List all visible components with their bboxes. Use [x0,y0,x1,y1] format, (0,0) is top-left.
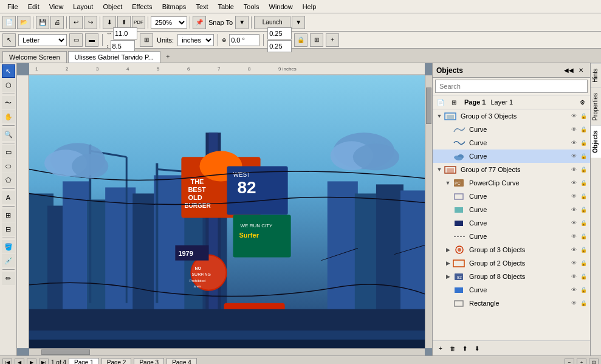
units-select[interactable]: inchesmmcm [177,34,214,46]
add-layer-btn[interactable]: 📄 [435,97,446,108]
tool-table[interactable]: ⊞ [2,208,15,222]
zoom-in-btn[interactable]: + [577,359,586,365]
paper-size-select[interactable]: Letter [18,34,67,46]
page-tab-2[interactable]: Page 2 [101,358,132,364]
obj-item-7[interactable]: Curve 👁 🔒 [433,190,590,203]
tab-add-btn[interactable]: + [162,50,174,63]
page-tab-4[interactable]: Page 4 [167,358,197,364]
expand-toggle-2[interactable] [444,125,452,134]
zoom-select[interactable]: 250%100%50% [151,16,187,29]
menu-bitmaps[interactable]: Bitmaps [157,2,191,12]
expand-toggle-7[interactable] [444,192,452,201]
obj-item-4[interactable]: Curve 👁 🔒 [433,149,590,163]
vis-eye-10[interactable]: 👁 [569,232,578,241]
snap-dropdown[interactable]: ▼ [235,16,249,29]
obj-item-5[interactable]: ▼ Group of 77 Objects 👁 🔒 [433,163,590,176]
objects-side-tab[interactable]: Objects [591,125,601,158]
settings-btn[interactable]: ⚙ [577,97,588,108]
vis-eye-2[interactable]: 👁 [569,125,578,134]
page-first-btn[interactable]: |◀ [2,359,12,365]
scaley-input[interactable] [267,40,292,52]
lock-ratio-btn[interactable]: 🔒 [294,33,307,47]
expand-toggle-5[interactable]: ▼ [435,165,444,174]
scroll-thumb-h[interactable] [41,349,90,355]
tool-freeform[interactable]: 〜 [2,96,15,109]
menu-window[interactable]: Window [264,2,298,12]
print-button[interactable]: 🖨 [50,16,64,29]
tool-rect[interactable]: ▭ [2,145,15,159]
vis-eye-1[interactable]: 👁 [569,112,578,120]
vis-lock-11[interactable]: 🔒 [579,246,588,254]
layers-btn[interactable]: ⊞ [448,97,459,108]
vis-lock-6[interactable]: 🔒 [579,179,588,187]
obj-item-8[interactable]: Curve 👁 🔒 [433,203,590,216]
tool-eyedropper[interactable]: 💉 [2,254,15,267]
objects-search[interactable] [435,80,588,93]
vis-lock-3[interactable]: 🔒 [579,139,588,147]
menu-view[interactable]: View [44,2,69,12]
page-last-btn[interactable]: ▶| [39,359,49,365]
vis-lock-4[interactable]: 🔒 [579,152,588,160]
tool-selector[interactable]: ↖ [2,33,16,47]
save-button[interactable]: 💾 [36,16,49,29]
vis-eye-6[interactable]: 👁 [569,179,578,187]
expand-toggle-10[interactable] [444,232,452,241]
new-button[interactable]: 📄 [2,16,16,29]
obj-item-13[interactable]: ▶ 82 Group of 8 Objects 👁 🔒 [433,270,590,283]
vis-lock-10[interactable]: 🔒 [579,232,588,241]
vis-eye-5[interactable]: 👁 [569,165,578,174]
menu-tools[interactable]: Tools [239,2,264,12]
menu-effects[interactable]: Effects [127,2,157,12]
vis-lock-7[interactable]: 🔒 [579,192,588,201]
vis-eye-15[interactable]: 👁 [569,299,578,307]
obj-item-6[interactable]: ▼ PC PowerClip Curve 👁 🔒 [433,176,590,190]
tool-zoom[interactable]: 🔍 [2,128,15,141]
panel-collapse-btn[interactable]: ◀◀ [563,65,574,76]
scroll-thumb-v[interactable] [426,88,431,124]
expand-toggle-6[interactable]: ▼ [444,179,452,187]
menu-layout[interactable]: Layout [68,2,98,12]
vis-lock-1[interactable]: 🔒 [579,112,588,120]
page-tab-3[interactable]: Page 3 [134,358,164,364]
zoom-out-btn[interactable]: − [565,359,574,365]
vis-lock-12[interactable]: 🔒 [579,259,588,267]
add-page-btn[interactable]: + [326,33,339,47]
menu-help[interactable]: Help [298,2,321,12]
tool-select[interactable]: ↖ [2,64,15,78]
vis-eye-7[interactable]: 👁 [569,192,578,201]
width-input[interactable] [113,27,137,39]
scrollbar-horizontal[interactable] [29,348,425,355]
obj-item-12[interactable]: ▶ Group of 2 Objects 👁 🔒 [433,256,590,270]
canvas-content[interactable]: THE BEST OLD BURGER WEST 82 WE RUN CITY … [29,75,425,348]
obj-item-15[interactable]: Rectangle 👁 🔒 [433,297,590,310]
scalex-input[interactable] [267,27,292,39]
menu-text[interactable]: Text [191,2,213,12]
tool-fill[interactable]: 🪣 [2,240,15,253]
vis-eye-3[interactable]: 👁 [569,139,578,147]
tool-polygon[interactable]: ⬠ [2,173,15,187]
vis-lock-9[interactable]: 🔒 [579,219,588,227]
vis-eye-4[interactable]: 👁 [569,152,578,160]
obj-item-9[interactable]: Curve 👁 🔒 [433,216,590,230]
scrollbar-vertical[interactable] [425,75,432,348]
portrait-btn[interactable]: ▭ [69,33,83,47]
expand-toggle-4[interactable] [444,152,452,160]
tool-node[interactable]: ⬡ [2,78,15,92]
tool-ellipse[interactable]: ⬭ [2,159,15,173]
tool-hand[interactable]: ✋ [2,110,15,123]
obj-item-2[interactable]: Curve 👁 🔒 [433,123,590,136]
menu-edit[interactable]: Edit [23,2,44,12]
vis-lock-13[interactable]: 🔒 [579,272,588,281]
hints-tab[interactable]: Hints [591,63,601,88]
panel-close-btn[interactable]: ✕ [575,65,586,76]
expand-toggle-8[interactable] [444,205,452,214]
expand-toggle-9[interactable] [444,219,452,227]
vis-eye-14[interactable]: 👁 [569,286,578,294]
angle-input[interactable] [229,34,259,46]
obj-item-10[interactable]: Curve 👁 🔒 [433,230,590,243]
page-tab-1[interactable]: Page 1 [69,358,99,364]
launch-dropdown[interactable]: ▼ [292,16,305,29]
vis-eye-12[interactable]: 👁 [569,259,578,267]
move-up-btn[interactable]: ⬆ [459,343,470,354]
page-prev-btn[interactable]: ◀ [15,359,24,365]
